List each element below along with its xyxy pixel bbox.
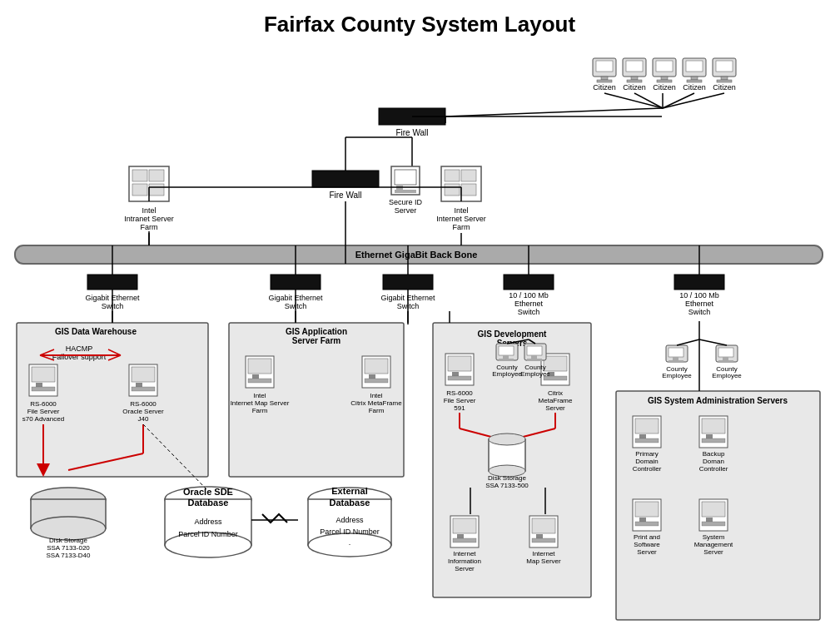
- svg-text:Citizen: Citizen: [593, 83, 616, 92]
- svg-text:Information: Information: [448, 557, 481, 565]
- svg-rect-33: [132, 170, 147, 181]
- svg-text:Failover support: Failover support: [52, 353, 107, 361]
- svg-rect-187: [639, 434, 646, 438]
- backbone-label: Ethernet GigaBit Back Bone: [355, 250, 478, 260]
- citrix-meta-label: Citrix: [548, 389, 563, 397]
- svg-text:Database: Database: [188, 498, 229, 508]
- svg-line-184: [529, 339, 535, 344]
- svg-text:Controller: Controller: [633, 465, 662, 473]
- svg-rect-178: [718, 360, 733, 363]
- svg-text:Farm: Farm: [141, 223, 158, 231]
- svg-rect-170: [669, 348, 683, 357]
- svg-rect-125: [448, 356, 471, 371]
- svg-rect-192: [702, 419, 725, 433]
- intel-map-label: Intel: [253, 392, 266, 399]
- intel-internet-label: Intel: [454, 206, 468, 215]
- gis-data-warehouse-box: [17, 323, 208, 477]
- svg-text:County: County: [524, 364, 545, 371]
- svg-text:County: County: [496, 364, 517, 371]
- svg-rect-176: [718, 348, 733, 357]
- print-software-label: Print and: [634, 533, 660, 541]
- svg-rect-46: [461, 184, 476, 196]
- svg-rect-0: [593, 58, 616, 77]
- svg-rect-197: [633, 499, 661, 531]
- oracle-sde-bottom: [165, 532, 251, 557]
- svg-rect-90: [136, 383, 142, 387]
- svg-rect-119: [369, 374, 375, 379]
- page-title: Fairfax County System Layout: [264, 12, 576, 37]
- svg-rect-12: [661, 77, 668, 80]
- firewall-top-box: [379, 108, 445, 125]
- svg-rect-83: [32, 367, 55, 382]
- county-employee-4: County Employee: [712, 345, 742, 379]
- svg-text:Server: Server: [637, 548, 657, 556]
- svg-rect-89: [132, 367, 155, 382]
- svg-text:Management: Management: [694, 541, 733, 548]
- svg-rect-6: [626, 61, 643, 72]
- svg-text:Ethernet: Ethernet: [685, 300, 714, 308]
- svg-text:Employee: Employee: [712, 372, 742, 379]
- svg-text:591: 591: [454, 404, 465, 412]
- svg-rect-18: [687, 80, 702, 82]
- svg-rect-148: [457, 534, 464, 538]
- svg-rect-111: [246, 356, 274, 388]
- external-db-top: [308, 488, 391, 511]
- svg-text:County: County: [666, 365, 687, 373]
- internet-map-label: Internet: [532, 550, 555, 557]
- svg-text:Ethernet: Ethernet: [514, 300, 544, 308]
- svg-rect-34: [149, 170, 164, 181]
- svg-line-182: [699, 339, 727, 345]
- svg-line-138: [460, 428, 507, 441]
- svg-text:Citrix MetaFrame: Citrix MetaFrame: [350, 399, 402, 407]
- svg-text:Address: Address: [194, 518, 222, 526]
- svg-rect-1: [596, 61, 613, 72]
- svg-text:Employee: Employee: [520, 370, 550, 378]
- svg-rect-127: [448, 376, 471, 380]
- svg-text:Internet Map Server: Internet Map Server: [231, 399, 290, 407]
- svg-text:s70 Advanced: s70 Advanced: [22, 415, 64, 423]
- citizen-5: Citizen: [713, 58, 736, 92]
- svg-rect-41: [395, 190, 416, 193]
- svg-text:Parcel ID Number: Parcel ID Number: [320, 528, 380, 536]
- svg-line-181: [677, 339, 699, 345]
- svg-text:Employee: Employee: [492, 370, 522, 378]
- svg-rect-105: [308, 499, 391, 545]
- svg-rect-84: [36, 383, 42, 387]
- svg-rect-193: [706, 434, 713, 438]
- svg-text:Switch: Switch: [102, 302, 124, 310]
- svg-line-26: [634, 93, 663, 108]
- disk-storage-bottom: [31, 517, 106, 540]
- svg-rect-194: [702, 438, 725, 443]
- system-mgmt-label: System: [703, 533, 725, 541]
- svg-text:Farm: Farm: [252, 407, 268, 414]
- svg-point-141: [489, 433, 525, 445]
- svg-rect-124: [445, 354, 474, 385]
- svg-rect-159: [503, 355, 509, 359]
- disk-storage-020-label: Disk Storage: [49, 537, 87, 544]
- intel-intranet-box: [129, 166, 169, 201]
- backbone-bar: [15, 245, 823, 264]
- svg-rect-2: [601, 77, 608, 80]
- internet-info-label: Internet: [453, 550, 476, 557]
- svg-rect-140: [489, 439, 525, 471]
- svg-text:SSA 7133-D40: SSA 7133-D40: [47, 552, 91, 559]
- svg-line-96: [68, 453, 143, 470]
- svg-text:Farm: Farm: [453, 223, 470, 231]
- svg-rect-40: [396, 186, 403, 190]
- svg-rect-118: [365, 359, 388, 374]
- svg-rect-22: [721, 77, 728, 80]
- svg-text:Map Server: Map Server: [526, 557, 561, 565]
- svg-rect-91: [132, 387, 155, 391]
- svg-text:MetaFrame: MetaFrame: [539, 397, 573, 404]
- svg-rect-7: [631, 77, 638, 80]
- county-employee-3: County Employee: [662, 345, 692, 379]
- citizen-3: Citizen: [653, 58, 676, 92]
- secure-id-label: Secure ID: [389, 198, 423, 206]
- svg-text:SSA 7133-020: SSA 7133-020: [47, 544, 90, 552]
- svg-rect-188: [635, 438, 659, 443]
- svg-text:Citizen: Citizen: [713, 83, 736, 92]
- svg-text:Oracle Server: Oracle Server: [122, 408, 164, 415]
- svg-text:County: County: [716, 365, 737, 373]
- svg-text:J40: J40: [138, 415, 149, 423]
- citizen-2: Citizen: [623, 58, 646, 92]
